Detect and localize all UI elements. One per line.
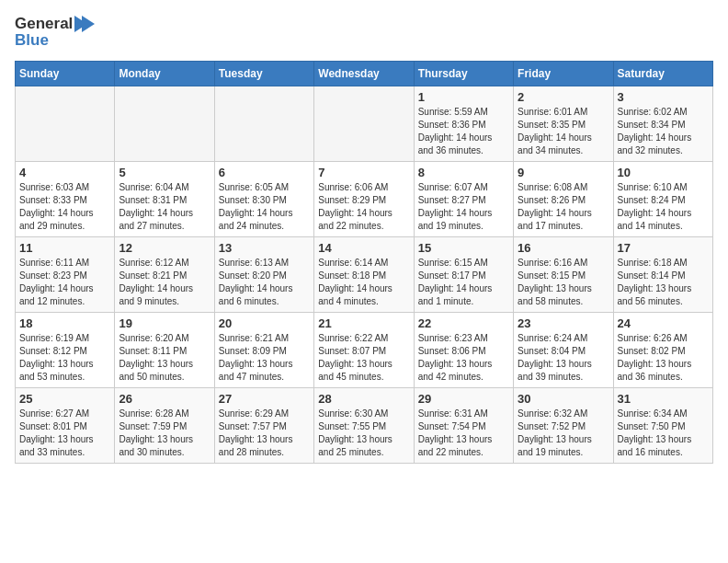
header: General Blue — [15, 15, 713, 50]
week-row-1: 1Sunrise: 5:59 AM Sunset: 8:36 PM Daylig… — [16, 86, 713, 162]
day-info: Sunrise: 6:16 AM Sunset: 8:15 PM Dayligh… — [518, 257, 609, 308]
day-number: 11 — [19, 241, 110, 255]
day-info: Sunrise: 6:01 AM Sunset: 8:35 PM Dayligh… — [518, 106, 609, 157]
day-info: Sunrise: 6:15 AM Sunset: 8:17 PM Dayligh… — [418, 257, 509, 308]
day-info: Sunrise: 6:27 AM Sunset: 8:01 PM Dayligh… — [19, 408, 110, 459]
calendar-cell: 19Sunrise: 6:20 AM Sunset: 8:11 PM Dayli… — [115, 313, 214, 388]
calendar-cell: 24Sunrise: 6:26 AM Sunset: 8:02 PM Dayli… — [613, 313, 712, 388]
day-info: Sunrise: 6:29 AM Sunset: 7:57 PM Dayligh… — [219, 408, 310, 459]
week-row-3: 11Sunrise: 6:11 AM Sunset: 8:23 PM Dayli… — [16, 237, 713, 313]
day-info: Sunrise: 6:14 AM Sunset: 8:18 PM Dayligh… — [318, 257, 409, 308]
day-info: Sunrise: 6:12 AM Sunset: 8:21 PM Dayligh… — [119, 257, 210, 308]
svg-marker-1 — [82, 16, 95, 32]
header-wednesday: Wednesday — [314, 62, 414, 86]
day-info: Sunrise: 6:02 AM Sunset: 8:34 PM Dayligh… — [618, 106, 709, 157]
header-row: SundayMondayTuesdayWednesdayThursdayFrid… — [16, 62, 713, 86]
day-info: Sunrise: 6:18 AM Sunset: 8:14 PM Dayligh… — [618, 257, 709, 308]
header-friday: Friday — [514, 62, 613, 86]
day-number: 23 — [518, 316, 609, 330]
calendar-cell: 8Sunrise: 6:07 AM Sunset: 8:27 PM Daylig… — [414, 162, 513, 237]
day-info: Sunrise: 6:04 AM Sunset: 8:31 PM Dayligh… — [119, 181, 210, 233]
calendar-cell: 14Sunrise: 6:14 AM Sunset: 8:18 PM Dayli… — [314, 237, 414, 313]
day-info: Sunrise: 6:34 AM Sunset: 7:50 PM Dayligh… — [618, 408, 709, 459]
day-number: 27 — [219, 392, 310, 406]
calendar-cell — [16, 86, 115, 162]
day-info: Sunrise: 6:26 AM Sunset: 8:02 PM Dayligh… — [618, 332, 709, 384]
day-info: Sunrise: 6:20 AM Sunset: 8:11 PM Dayligh… — [119, 332, 210, 384]
day-number: 25 — [19, 392, 110, 406]
calendar-table: SundayMondayTuesdayWednesdayThursdayFrid… — [15, 61, 713, 464]
day-info: Sunrise: 6:13 AM Sunset: 8:20 PM Dayligh… — [219, 257, 310, 308]
calendar-cell: 18Sunrise: 6:19 AM Sunset: 8:12 PM Dayli… — [16, 313, 115, 388]
calendar-cell: 9Sunrise: 6:08 AM Sunset: 8:26 PM Daylig… — [514, 162, 613, 237]
day-number: 29 — [418, 392, 509, 406]
logo-flag-icon — [74, 16, 95, 32]
calendar-cell: 7Sunrise: 6:06 AM Sunset: 8:29 PM Daylig… — [314, 162, 414, 237]
calendar-cell: 23Sunrise: 6:24 AM Sunset: 8:04 PM Dayli… — [514, 313, 613, 388]
calendar-cell: 17Sunrise: 6:18 AM Sunset: 8:14 PM Dayli… — [613, 237, 712, 313]
day-number: 15 — [418, 241, 509, 255]
calendar-header: SundayMondayTuesdayWednesdayThursdayFrid… — [16, 62, 713, 86]
day-info: Sunrise: 6:07 AM Sunset: 8:27 PM Dayligh… — [418, 181, 509, 233]
day-info: Sunrise: 6:06 AM Sunset: 8:29 PM Dayligh… — [318, 181, 409, 233]
day-number: 19 — [119, 316, 210, 330]
day-info: Sunrise: 6:11 AM Sunset: 8:23 PM Dayligh… — [19, 257, 110, 308]
day-info: Sunrise: 6:05 AM Sunset: 8:30 PM Dayligh… — [219, 181, 310, 233]
calendar-cell: 28Sunrise: 6:30 AM Sunset: 7:55 PM Dayli… — [314, 388, 414, 464]
calendar-cell: 2Sunrise: 6:01 AM Sunset: 8:35 PM Daylig… — [514, 86, 613, 162]
calendar-cell: 3Sunrise: 6:02 AM Sunset: 8:34 PM Daylig… — [613, 86, 712, 162]
day-number: 7 — [318, 166, 409, 179]
day-info: Sunrise: 6:32 AM Sunset: 7:52 PM Dayligh… — [518, 408, 609, 459]
calendar-body: 1Sunrise: 5:59 AM Sunset: 8:36 PM Daylig… — [16, 86, 713, 464]
header-saturday: Saturday — [613, 62, 712, 86]
day-info: Sunrise: 6:30 AM Sunset: 7:55 PM Dayligh… — [318, 408, 409, 459]
day-number: 13 — [219, 241, 310, 255]
day-number: 20 — [219, 316, 310, 330]
day-info: Sunrise: 6:10 AM Sunset: 8:24 PM Dayligh… — [618, 181, 709, 233]
day-number: 26 — [119, 392, 210, 406]
day-info: Sunrise: 6:23 AM Sunset: 8:06 PM Dayligh… — [418, 332, 509, 384]
calendar-cell: 26Sunrise: 6:28 AM Sunset: 7:59 PM Dayli… — [115, 388, 214, 464]
calendar-cell — [314, 86, 414, 162]
day-number: 4 — [19, 166, 110, 179]
header-thursday: Thursday — [414, 62, 513, 86]
calendar-cell: 31Sunrise: 6:34 AM Sunset: 7:50 PM Dayli… — [613, 388, 712, 464]
calendar-cell: 4Sunrise: 6:03 AM Sunset: 8:33 PM Daylig… — [16, 162, 115, 237]
calendar-cell: 12Sunrise: 6:12 AM Sunset: 8:21 PM Dayli… — [115, 237, 214, 313]
day-info: Sunrise: 6:19 AM Sunset: 8:12 PM Dayligh… — [19, 332, 110, 384]
day-number: 12 — [119, 241, 210, 255]
calendar-cell: 29Sunrise: 6:31 AM Sunset: 7:54 PM Dayli… — [414, 388, 513, 464]
calendar-cell: 20Sunrise: 6:21 AM Sunset: 8:09 PM Dayli… — [214, 313, 313, 388]
calendar-cell — [214, 86, 313, 162]
logo-container: General Blue — [15, 15, 95, 50]
calendar-cell: 6Sunrise: 6:05 AM Sunset: 8:30 PM Daylig… — [214, 162, 313, 237]
header-tuesday: Tuesday — [214, 62, 313, 86]
day-number: 6 — [219, 166, 310, 179]
day-number: 30 — [518, 392, 609, 406]
day-number: 21 — [318, 316, 409, 330]
day-info: Sunrise: 6:08 AM Sunset: 8:26 PM Dayligh… — [518, 181, 609, 233]
day-number: 16 — [518, 241, 609, 255]
week-row-4: 18Sunrise: 6:19 AM Sunset: 8:12 PM Dayli… — [16, 313, 713, 388]
calendar-cell — [115, 86, 214, 162]
logo-blue: Blue — [15, 31, 95, 50]
day-number: 28 — [318, 392, 409, 406]
calendar-cell: 30Sunrise: 6:32 AM Sunset: 7:52 PM Dayli… — [514, 388, 613, 464]
header-sunday: Sunday — [16, 62, 115, 86]
day-number: 14 — [318, 241, 409, 255]
week-row-2: 4Sunrise: 6:03 AM Sunset: 8:33 PM Daylig… — [16, 162, 713, 237]
day-info: Sunrise: 6:28 AM Sunset: 7:59 PM Dayligh… — [119, 408, 210, 459]
calendar-cell: 13Sunrise: 6:13 AM Sunset: 8:20 PM Dayli… — [214, 237, 313, 313]
calendar-cell: 22Sunrise: 6:23 AM Sunset: 8:06 PM Dayli… — [414, 313, 513, 388]
calendar-cell: 15Sunrise: 6:15 AM Sunset: 8:17 PM Dayli… — [414, 237, 513, 313]
day-number: 1 — [418, 90, 509, 104]
day-number: 5 — [119, 166, 210, 179]
day-number: 31 — [618, 392, 709, 406]
day-info: Sunrise: 6:03 AM Sunset: 8:33 PM Dayligh… — [19, 181, 110, 233]
day-number: 8 — [418, 166, 509, 179]
calendar-cell: 11Sunrise: 6:11 AM Sunset: 8:23 PM Dayli… — [16, 237, 115, 313]
calendar-cell: 1Sunrise: 5:59 AM Sunset: 8:36 PM Daylig… — [414, 86, 513, 162]
day-number: 22 — [418, 316, 509, 330]
calendar-cell: 10Sunrise: 6:10 AM Sunset: 8:24 PM Dayli… — [613, 162, 712, 237]
header-monday: Monday — [115, 62, 214, 86]
